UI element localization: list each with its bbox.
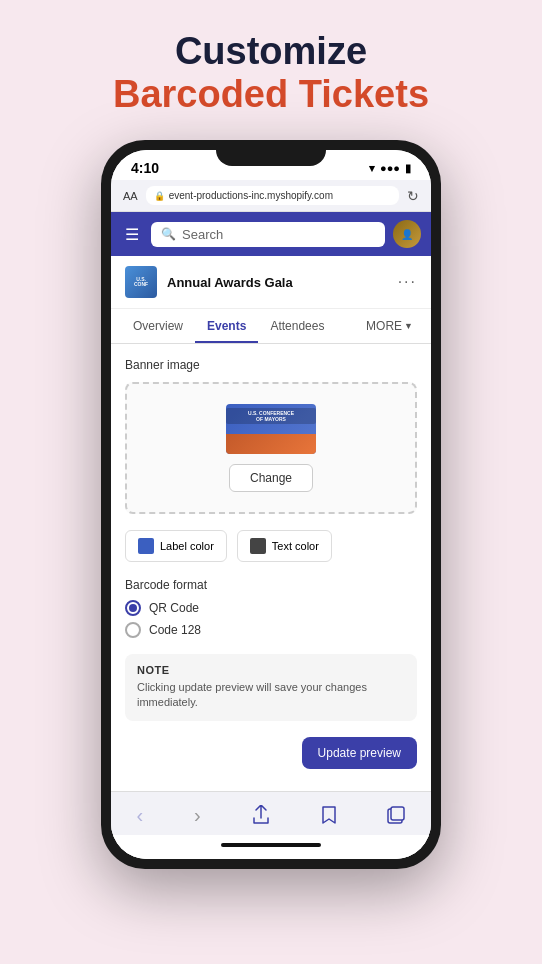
tabs-bar: Overview Events Attendees MORE ▼ [111,309,431,344]
nav-search-bar[interactable]: 🔍 Search [151,222,385,247]
nav-bar: ☰ 🔍 Search 👤 [111,212,431,256]
text-color-swatch [250,538,266,554]
note-text: Clicking update preview will save your c… [137,680,405,711]
home-indicator [111,835,431,859]
event-name: Annual Awards Gala [167,275,293,290]
wifi-icon: ▾ [369,162,375,175]
event-header-left: U.S.CONF Annual Awards Gala [125,266,293,298]
update-preview-button[interactable]: Update preview [302,737,417,769]
browser-url-text: event-productions-inc.myshopify.com [169,190,333,201]
phone-shell: 4:10 ▾ ●●● ▮ AA 🔒 event-productions-inc.… [101,140,441,869]
page-wrapper: Customize Barcoded Tickets 4:10 ▾ ●●● ▮ … [0,0,542,964]
radio-qrcode[interactable]: QR Code [125,600,417,616]
note-section: NOTE Clicking update preview will save y… [125,654,417,721]
notch [216,140,326,166]
status-time: 4:10 [131,160,159,176]
update-preview-row: Update preview [125,737,417,769]
tab-overview[interactable]: Overview [121,309,195,343]
avatar[interactable]: 👤 [393,220,421,248]
label-color-button[interactable]: Label color [125,530,227,562]
phone-inner: 4:10 ▾ ●●● ▮ AA 🔒 event-productions-inc.… [111,150,431,859]
radio-code128-label: Code 128 [149,623,201,637]
radio-qrcode-circle[interactable] [125,600,141,616]
label-color-swatch [138,538,154,554]
banner-upload-area: U.S. CONFERENCEOF MAYORS Change [125,382,417,514]
bookmark-icon[interactable] [311,801,347,829]
browser-bar: AA 🔒 event-productions-inc.myshopify.com… [111,180,431,212]
lock-icon: 🔒 [154,191,165,201]
status-icons: ▾ ●●● ▮ [369,162,411,175]
svg-rect-1 [391,807,404,820]
share-icon[interactable] [242,801,280,829]
refresh-icon[interactable]: ↻ [407,188,419,204]
signal-icon: ●●● [380,162,400,174]
headline-line2: Barcoded Tickets [113,73,429,116]
browser-aa-label[interactable]: AA [123,190,138,202]
banner-label: Banner image [125,358,417,372]
chevron-down-icon: ▼ [404,321,413,331]
headline-line1: Customize [113,30,429,73]
back-button[interactable]: ‹ [126,800,153,831]
event-thumbnail-text: U.S.CONF [134,277,148,288]
tab-events[interactable]: Events [195,309,258,343]
tabs-icon[interactable] [377,802,415,828]
banner-img-preview: U.S. CONFERENCEOF MAYORS [226,404,316,454]
search-icon: 🔍 [161,227,176,241]
tab-attendees[interactable]: Attendees [258,309,336,343]
event-thumbnail: U.S.CONF [125,266,157,298]
radio-code128[interactable]: Code 128 [125,622,417,638]
hamburger-icon[interactable]: ☰ [121,223,143,246]
color-row: Label color Text color [125,530,417,562]
forward-button[interactable]: › [184,800,211,831]
bottom-nav: ‹ › [111,791,431,835]
main-content: Banner image U.S. CONFERENCEOF MAYORS Ch… [111,344,431,791]
tab-more[interactable]: MORE ▼ [358,309,421,343]
browser-url-bar[interactable]: 🔒 event-productions-inc.myshopify.com [146,186,399,205]
event-header: U.S.CONF Annual Awards Gala ··· [111,256,431,309]
search-placeholder: Search [182,227,223,242]
battery-icon: ▮ [405,162,411,175]
event-more-icon[interactable]: ··· [398,273,417,291]
change-button[interactable]: Change [229,464,313,492]
note-title: NOTE [137,664,405,676]
home-bar [221,843,321,847]
barcode-section-title: Barcode format [125,578,417,592]
radio-qrcode-label: QR Code [149,601,199,615]
barcode-section: Barcode format QR Code Code 128 [125,578,417,638]
headline: Customize Barcoded Tickets [113,30,429,116]
radio-code128-circle[interactable] [125,622,141,638]
content-area: U.S.CONF Annual Awards Gala ··· Overview… [111,256,431,859]
text-color-button[interactable]: Text color [237,530,332,562]
banner-img-text: U.S. CONFERENCEOF MAYORS [226,408,316,424]
